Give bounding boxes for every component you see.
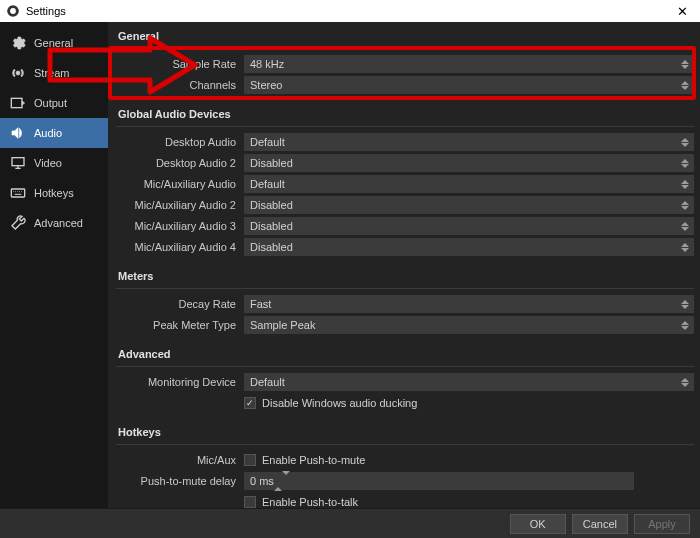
- select-value: Disabled: [250, 199, 293, 211]
- sidebar-item-general[interactable]: General: [0, 28, 108, 58]
- spinner-icon: [681, 318, 691, 332]
- sidebar-item-advanced[interactable]: Advanced: [0, 208, 108, 238]
- checkbox-enable-ptm[interactable]: Enable Push-to-mute: [244, 454, 365, 466]
- svg-rect-4: [11, 189, 24, 197]
- select-value: Default: [250, 376, 285, 388]
- label-ptm-delay: Push-to-mute delay: [116, 475, 244, 487]
- spinner-icon: [681, 177, 691, 191]
- close-button[interactable]: ✕: [671, 4, 694, 19]
- spinner-icon: [274, 475, 290, 487]
- divider: [116, 444, 694, 445]
- label-mic-aux-3: Mic/Auxiliary Audio 3: [116, 220, 244, 232]
- keyboard-icon: [10, 185, 26, 201]
- select-sample-rate[interactable]: 48 kHz: [244, 55, 694, 73]
- cancel-button[interactable]: Cancel: [572, 514, 628, 534]
- select-monitoring[interactable]: Default: [244, 373, 694, 391]
- divider: [116, 288, 694, 289]
- sidebar-item-label: Hotkeys: [34, 187, 74, 199]
- sidebar-item-label: Video: [34, 157, 62, 169]
- select-mic-aux-4[interactable]: Disabled: [244, 238, 694, 256]
- checkbox-label: Disable Windows audio ducking: [262, 397, 417, 409]
- label-monitoring: Monitoring Device: [116, 376, 244, 388]
- select-desktop-audio[interactable]: Default: [244, 133, 694, 151]
- audio-icon: [10, 125, 26, 141]
- sidebar-item-output[interactable]: Output: [0, 88, 108, 118]
- spinner-icon: [681, 198, 691, 212]
- spinner-icon: [681, 57, 691, 71]
- spinner-icon: [681, 375, 691, 389]
- group-general: General Sample Rate 48 kHz Channels Ster…: [116, 26, 694, 94]
- checkbox-icon: [244, 496, 256, 508]
- section-title-meters: Meters: [116, 266, 694, 286]
- checkbox-icon: [244, 454, 256, 466]
- window-title: Settings: [26, 5, 66, 17]
- label-decay-rate: Decay Rate: [116, 298, 244, 310]
- spinner-icon: [681, 219, 691, 233]
- select-decay-rate[interactable]: Fast: [244, 295, 694, 313]
- input-value: 0 ms: [250, 475, 274, 487]
- svg-point-1: [10, 8, 16, 14]
- select-value: Fast: [250, 298, 271, 310]
- spinner-icon: [681, 297, 691, 311]
- footer: OK Cancel Apply: [0, 508, 700, 538]
- spinner-icon: [681, 240, 691, 254]
- section-title-advanced: Advanced: [116, 344, 694, 364]
- titlebar: Settings ✕: [0, 0, 700, 22]
- select-value: Sample Peak: [250, 319, 315, 331]
- settings-panel: General Sample Rate 48 kHz Channels Ster…: [108, 22, 700, 508]
- select-channels[interactable]: Stereo: [244, 76, 694, 94]
- broadcast-icon: [10, 65, 26, 81]
- checkbox-label: Enable Push-to-talk: [262, 496, 358, 508]
- select-value: Disabled: [250, 157, 293, 169]
- label-channels: Channels: [116, 79, 244, 91]
- ok-button[interactable]: OK: [510, 514, 566, 534]
- divider: [116, 366, 694, 367]
- sidebar-item-label: General: [34, 37, 73, 49]
- sidebar-item-video[interactable]: Video: [0, 148, 108, 178]
- section-title-global-audio: Global Audio Devices: [116, 104, 694, 124]
- section-title-general: General: [116, 26, 694, 46]
- select-value: Default: [250, 178, 285, 190]
- input-ptm-delay[interactable]: 0 ms: [244, 472, 634, 490]
- divider: [116, 126, 694, 127]
- select-value: Disabled: [250, 220, 293, 232]
- sidebar-item-hotkeys[interactable]: Hotkeys: [0, 178, 108, 208]
- sidebar-item-label: Audio: [34, 127, 62, 139]
- sidebar-item-audio[interactable]: Audio: [0, 118, 108, 148]
- select-mic-aux[interactable]: Default: [244, 175, 694, 193]
- tools-icon: [10, 215, 26, 231]
- select-value: 48 kHz: [250, 58, 284, 70]
- select-mic-aux-3[interactable]: Disabled: [244, 217, 694, 235]
- label-micaux: Mic/Aux: [116, 454, 244, 466]
- sidebar: General Stream Output Audio Video Hotkey…: [0, 22, 108, 508]
- apply-button[interactable]: Apply: [634, 514, 690, 534]
- select-desktop-audio-2[interactable]: Disabled: [244, 154, 694, 172]
- spinner-icon: [681, 156, 691, 170]
- gear-icon: [10, 35, 26, 51]
- output-icon: [10, 95, 26, 111]
- svg-rect-2: [11, 98, 22, 107]
- sidebar-item-label: Output: [34, 97, 67, 109]
- select-peak-meter[interactable]: Sample Peak: [244, 316, 694, 334]
- group-meters: Meters Decay RateFast Peak Meter TypeSam…: [116, 266, 694, 334]
- label-sample-rate: Sample Rate: [116, 58, 244, 70]
- select-value: Disabled: [250, 241, 293, 253]
- sidebar-item-stream[interactable]: Stream: [0, 58, 108, 88]
- svg-rect-3: [12, 158, 24, 166]
- group-advanced: Advanced Monitoring DeviceDefault ✓ Disa…: [116, 344, 694, 412]
- label-peak-meter: Peak Meter Type: [116, 319, 244, 331]
- spinner-icon: [681, 135, 691, 149]
- monitor-icon: [10, 155, 26, 171]
- sidebar-item-label: Advanced: [34, 217, 83, 229]
- checkbox-ducking[interactable]: ✓ Disable Windows audio ducking: [244, 397, 417, 409]
- checkbox-enable-ptt[interactable]: Enable Push-to-talk: [244, 496, 358, 508]
- divider: [116, 48, 694, 49]
- checkbox-icon: ✓: [244, 397, 256, 409]
- group-global-audio: Global Audio Devices Desktop AudioDefaul…: [116, 104, 694, 256]
- select-mic-aux-2[interactable]: Disabled: [244, 196, 694, 214]
- spinner-icon: [681, 78, 691, 92]
- app-icon: [6, 4, 20, 18]
- group-hotkeys: Hotkeys Mic/Aux Enable Push-to-mute Push…: [116, 422, 694, 508]
- label-mic-aux-2: Mic/Auxiliary Audio 2: [116, 199, 244, 211]
- section-title-hotkeys: Hotkeys: [116, 422, 694, 442]
